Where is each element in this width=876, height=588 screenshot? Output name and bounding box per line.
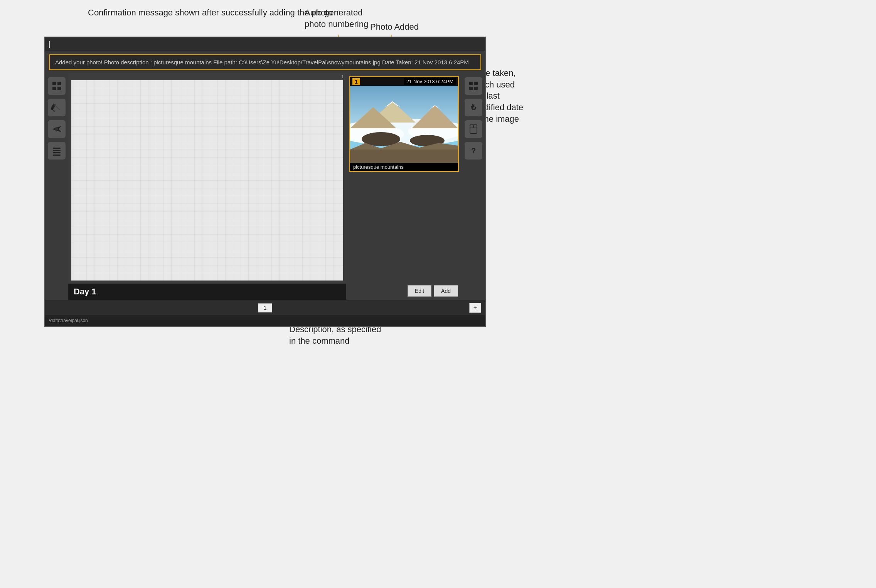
photo-card: 1 21 Nov 2013 6:24PM: [349, 76, 459, 172]
svg-rect-7: [52, 87, 56, 90]
help-button[interactable]: ?: [465, 142, 482, 160]
page-indicator: 1: [258, 303, 273, 312]
status-file-path: \data\travelpal.json: [49, 318, 88, 323]
svg-rect-14: [53, 152, 61, 153]
right-panel-spacer: [346, 175, 462, 282]
canvas-area: 1 Day 1: [68, 73, 346, 300]
svg-rect-32: [474, 82, 478, 85]
svg-rect-9: [51, 104, 56, 110]
photo-added-annotation: Photo Added: [370, 21, 419, 33]
add-page-button[interactable]: +: [469, 303, 481, 313]
cursor-indicator: [49, 41, 50, 48]
page-canvas: [71, 80, 343, 281]
svg-rect-15: [53, 155, 61, 156]
bottom-bar: 1 +: [45, 300, 485, 315]
svg-rect-6: [57, 82, 61, 85]
right-panel: 1 21 Nov 2013 6:24PM: [346, 73, 462, 300]
photo-numbering-annotation: Auto generatedphoto numbering: [305, 7, 368, 30]
photo-description: picturesque mountains: [350, 163, 458, 171]
svg-rect-13: [53, 150, 61, 151]
pencil-tool-button[interactable]: [48, 99, 66, 116]
confirmation-message: Added your photo! Photo description : pi…: [49, 54, 481, 70]
day-label: Day 1: [68, 284, 346, 300]
svg-line-10: [53, 111, 55, 111]
list-tool-button[interactable]: [48, 142, 66, 160]
bookmark-button[interactable]: [465, 120, 482, 138]
svg-rect-33: [469, 87, 473, 90]
main-content: 1 Day 1 1 21 Nov 2013 6:24PM: [45, 73, 485, 300]
description-annotation: Description, as specifiedin the command: [289, 324, 381, 346]
bottom-buttons: Edit Add: [346, 282, 462, 300]
titlebar: [45, 37, 485, 51]
currency-button[interactable]: ₺: [465, 99, 482, 116]
right-sidebar: ₺ ?: [462, 73, 485, 300]
photo-number-badge: 1: [352, 78, 360, 85]
plane-tool-button[interactable]: [48, 120, 66, 138]
right-grid-button[interactable]: [465, 77, 482, 95]
svg-rect-5: [52, 82, 56, 85]
photo-image-area: [350, 86, 458, 163]
svg-rect-34: [474, 87, 478, 90]
add-button[interactable]: Add: [434, 285, 458, 297]
app-window: Added your photo! Photo description : pi…: [44, 37, 486, 327]
edit-button[interactable]: Edit: [408, 285, 431, 297]
left-sidebar: [45, 73, 68, 300]
svg-rect-8: [57, 87, 61, 90]
photo-card-header: 1 21 Nov 2013 6:24PM: [350, 77, 458, 86]
page-number-bar: 1: [68, 73, 346, 80]
photo-date: 21 Nov 2013 6:24PM: [404, 78, 456, 85]
svg-rect-12: [53, 148, 61, 149]
svg-rect-31: [469, 82, 473, 85]
confirmation-annotation: Confirmation message shown after success…: [88, 7, 333, 18]
status-bar: \data\travelpal.json: [45, 315, 485, 326]
svg-rect-29: [350, 150, 458, 163]
grid-tool-button[interactable]: [48, 77, 66, 95]
